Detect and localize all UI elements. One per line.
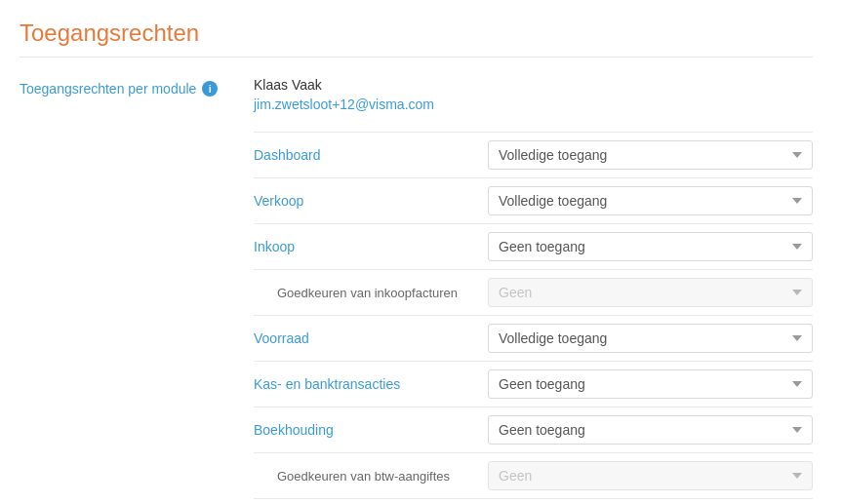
- module-select-wrapper-kas-banktransacties: Volledige toegangAlleen lezenGeen toegan…: [488, 369, 813, 399]
- module-name-inkoop: Inkoop: [254, 239, 488, 254]
- module-name-goedkeuren-btw: Goedkeuren van btw-aangiftes: [254, 469, 488, 484]
- table-row: VoorraadVolledige toegangAlleen lezenGee…: [254, 315, 813, 361]
- right-content: Klaas Vaak jim.zwetsloot+12@visma.com Da…: [254, 77, 813, 504]
- module-table: DashboardVolledige toegangAlleen lezenGe…: [254, 132, 813, 504]
- module-name-voorraad: Voorraad: [254, 330, 488, 346]
- module-select-inkoop[interactable]: Volledige toegangAlleen lezenGeen toegan…: [488, 232, 813, 261]
- table-row: Kas- en banktransactiesVolledige toegang…: [254, 361, 813, 407]
- table-row: Goedkeuren van btw-aangiftesGeenJa: [254, 452, 813, 498]
- module-select-kas-banktransacties[interactable]: Volledige toegangAlleen lezenGeen toegan…: [488, 369, 813, 399]
- module-select-goedkeuren-inkoopfacturen: GeenJa: [488, 278, 813, 307]
- left-label-section: Toegangsrechten per module i: [20, 77, 254, 504]
- info-icon[interactable]: i: [202, 81, 218, 97]
- module-select-verkoop[interactable]: Volledige toegangAlleen lezenGeen toegan…: [488, 186, 813, 215]
- module-label-group: Toegangsrechten per module i: [20, 81, 254, 97]
- user-email: jim.zwetsloot+12@visma.com: [254, 97, 813, 112]
- table-row: DashboardVolledige toegangAlleen lezenGe…: [254, 132, 813, 177]
- table-row: Goedkeuren van inkoopfacturenGeenJa: [254, 269, 813, 315]
- table-row: BoekhoudingVolledige toegangAlleen lezen…: [254, 407, 813, 452]
- table-row: InstellingenVolledige toegangAlleen leze…: [254, 498, 813, 504]
- table-row: InkoopVolledige toegangAlleen lezenGeen …: [254, 223, 813, 269]
- module-name-verkoop: Verkoop: [254, 193, 488, 209]
- module-name-dashboard: Dashboard: [254, 147, 488, 163]
- content-area: Toegangsrechten per module i Klaas Vaak …: [20, 77, 813, 504]
- module-select-wrapper-verkoop: Volledige toegangAlleen lezenGeen toegan…: [488, 186, 813, 215]
- module-select-wrapper-voorraad: Volledige toegangAlleen lezenGeen toegan…: [488, 324, 813, 353]
- module-name-kas-banktransacties: Kas- en banktransacties: [254, 376, 488, 392]
- module-select-wrapper-goedkeuren-inkoopfacturen: GeenJa: [488, 278, 813, 307]
- module-select-wrapper-dashboard: Volledige toegangAlleen lezenGeen toegan…: [488, 140, 813, 170]
- module-select-voorraad[interactable]: Volledige toegangAlleen lezenGeen toegan…: [488, 324, 813, 353]
- module-select-dashboard[interactable]: Volledige toegangAlleen lezenGeen toegan…: [488, 140, 813, 170]
- page-title: Toegangsrechten: [20, 19, 813, 58]
- module-select-wrapper-inkoop: Volledige toegangAlleen lezenGeen toegan…: [488, 232, 813, 261]
- toegangsrechten-label: Toegangsrechten per module: [20, 81, 196, 97]
- module-name-boekhouding: Boekhouding: [254, 422, 488, 438]
- module-select-wrapper-goedkeuren-btw: GeenJa: [488, 461, 813, 490]
- user-name: Klaas Vaak: [254, 77, 813, 93]
- module-select-wrapper-boekhouding: Volledige toegangAlleen lezenGeen toegan…: [488, 415, 813, 445]
- module-select-boekhouding[interactable]: Volledige toegangAlleen lezenGeen toegan…: [488, 415, 813, 445]
- module-name-goedkeuren-inkoopfacturen: Goedkeuren van inkoopfacturen: [254, 286, 488, 300]
- page-container: Toegangsrechten Toegangsrechten per modu…: [0, 0, 842, 504]
- module-select-goedkeuren-btw: GeenJa: [488, 461, 813, 490]
- table-row: VerkoopVolledige toegangAlleen lezenGeen…: [254, 177, 813, 223]
